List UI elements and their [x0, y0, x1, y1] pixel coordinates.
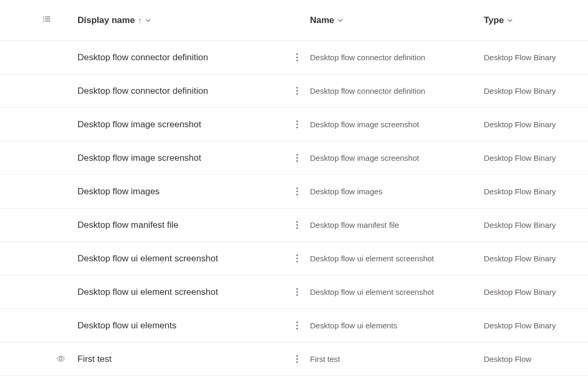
name-cell: First test [310, 355, 484, 363]
row-actions-cell [284, 352, 310, 366]
eye-icon [57, 355, 65, 363]
chevron-down-icon [337, 17, 343, 24]
row-icon-cell [0, 355, 77, 363]
name-cell: Desktop flow connector definition [310, 86, 484, 95]
row-actions-cell [284, 151, 310, 165]
type-cell: Desktop Flow Binary [484, 321, 588, 330]
table-row[interactable]: Desktop flow manifest fileDesktop flow m… [0, 208, 588, 242]
table-row[interactable]: First testFirst testDesktop Flow [0, 342, 588, 376]
type-cell: Desktop Flow Binary [484, 53, 588, 62]
table-row[interactable]: Desktop flow image screenshotDesktop flo… [0, 141, 588, 175]
more-actions-icon[interactable] [293, 251, 301, 266]
table-row[interactable]: Desktop flow image screenshotDesktop flo… [0, 108, 588, 141]
header-list-icon-cell [0, 15, 77, 25]
name-cell: Desktop flow manifest file [310, 220, 484, 229]
sort-ascending-icon: ↑ [138, 16, 142, 25]
more-actions-icon[interactable] [293, 117, 301, 131]
svg-point-5 [43, 18, 44, 19]
more-actions-icon[interactable] [293, 218, 301, 232]
more-actions-icon[interactable] [293, 285, 301, 299]
display-name-cell[interactable]: Desktop flow connector definition [77, 86, 284, 96]
type-cell: Desktop Flow Binary [484, 220, 588, 229]
column-header-type[interactable]: Type [484, 15, 513, 26]
display-name-cell[interactable]: Desktop flow images [77, 186, 284, 197]
row-actions-cell [284, 285, 310, 299]
column-header-display-name-label: Display name [77, 15, 135, 26]
chevron-down-icon [145, 17, 151, 24]
type-cell: Desktop Flow Binary [484, 254, 588, 263]
more-actions-icon[interactable] [293, 84, 301, 98]
svg-point-7 [43, 21, 44, 22]
data-table: Display name ↑ Name Ty [0, 0, 588, 376]
svg-point-6 [43, 20, 44, 20]
name-cell: Desktop flow ui element screenshot [310, 254, 484, 263]
name-cell: Desktop flow image screenshot [310, 120, 484, 129]
more-actions-icon[interactable] [293, 151, 301, 165]
row-actions-cell [284, 318, 310, 333]
type-cell: Desktop Flow Binary [484, 86, 588, 95]
row-actions-cell [284, 84, 310, 98]
row-actions-cell [284, 50, 310, 64]
name-cell: Desktop flow connector definition [310, 53, 484, 62]
row-actions-cell [284, 218, 310, 232]
name-cell: Desktop flow image screenshot [310, 153, 484, 162]
svg-point-8 [60, 357, 62, 360]
type-cell: Desktop Flow Binary [484, 187, 588, 196]
list-icon[interactable] [43, 15, 51, 25]
column-header-display-name[interactable]: Display name ↑ [77, 15, 151, 26]
table-row[interactable]: Desktop flow imagesDesktop flow imagesDe… [0, 175, 588, 208]
name-cell: Desktop flow ui element screenshot [310, 288, 484, 296]
type-cell: Desktop Flow Binary [484, 153, 588, 162]
table-row[interactable]: Desktop flow ui element screenshotDeskto… [0, 242, 588, 275]
table-row[interactable]: Desktop flow ui element screenshotDeskto… [0, 275, 588, 309]
chevron-down-icon [507, 17, 513, 24]
table-row[interactable]: Desktop flow connector definitionDesktop… [0, 41, 588, 74]
column-header-name-label: Name [310, 15, 334, 26]
table-row[interactable]: Desktop flow connector definitionDesktop… [0, 74, 588, 108]
name-cell: Desktop flow images [310, 187, 484, 196]
display-name-cell[interactable]: Desktop flow ui element screenshot [77, 253, 284, 264]
column-header-name[interactable]: Name [310, 15, 343, 26]
more-actions-icon[interactable] [293, 318, 301, 333]
display-name-cell[interactable]: First test [77, 354, 284, 364]
row-actions-cell [284, 251, 310, 266]
display-name-cell[interactable]: Desktop flow connector definition [77, 52, 284, 63]
display-name-cell[interactable]: Desktop flow image screenshot [77, 153, 284, 163]
type-cell: Desktop Flow Binary [484, 288, 588, 296]
table-header-row: Display name ↑ Name Ty [0, 0, 588, 41]
table-row[interactable]: Desktop flow ui elementsDesktop flow ui … [0, 309, 588, 342]
type-cell: Desktop Flow [484, 355, 588, 363]
display-name-cell[interactable]: Desktop flow ui elements [77, 320, 284, 331]
display-name-cell[interactable]: Desktop flow image screenshot [77, 119, 284, 130]
display-name-cell[interactable]: Desktop flow ui element screenshot [77, 287, 284, 297]
more-actions-icon[interactable] [293, 50, 301, 64]
display-name-cell[interactable]: Desktop flow manifest file [77, 220, 284, 230]
type-cell: Desktop Flow Binary [484, 120, 588, 129]
row-actions-cell [284, 184, 310, 198]
svg-point-4 [43, 17, 44, 17]
more-actions-icon[interactable] [293, 352, 301, 366]
row-actions-cell [284, 117, 310, 131]
name-cell: Desktop flow ui elements [310, 321, 484, 330]
column-header-type-label: Type [484, 15, 504, 26]
more-actions-icon[interactable] [293, 184, 301, 198]
